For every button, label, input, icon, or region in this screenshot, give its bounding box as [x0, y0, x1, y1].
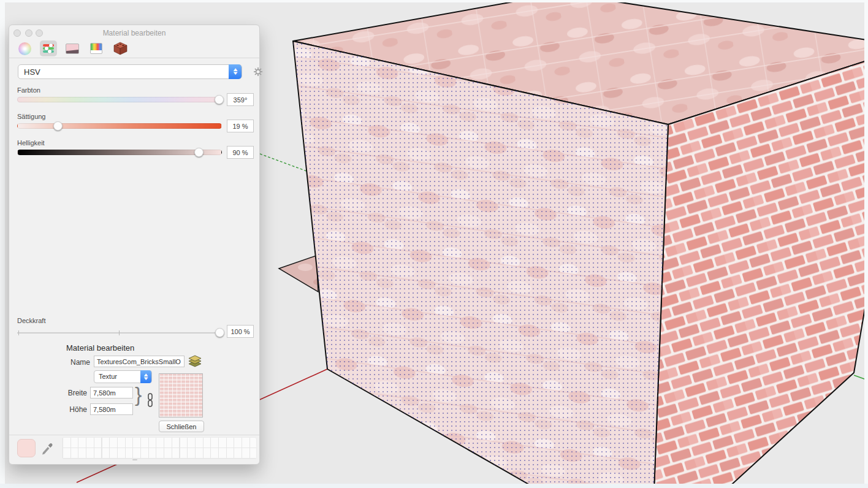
select-stepper-icon: ▲▼	[140, 370, 151, 383]
sliders-icon	[43, 44, 54, 53]
brightness-label: Helligkeit	[17, 139, 45, 147]
tab-pencils[interactable]	[88, 40, 105, 56]
picker-mode-value: HSV	[24, 67, 40, 77]
toolbar-divider	[9, 58, 259, 58]
green-axis	[854, 375, 864, 381]
material-section-title: Material bearbeiten	[66, 343, 134, 353]
opacity-slider-thumb[interactable]	[215, 328, 224, 337]
image-palette-icon	[66, 44, 79, 54]
saturation-slider[interactable]	[17, 123, 222, 129]
texture-height-input[interactable]	[90, 403, 133, 415]
tab-color-sliders[interactable]	[40, 40, 57, 56]
opacity-label: Deckkraft	[17, 317, 45, 324]
texture-width-input[interactable]	[90, 387, 133, 398]
brightness-value: 90 %	[227, 146, 254, 159]
cube-right-face[interactable]	[654, 59, 864, 484]
picker-mode-select[interactable]: HSV ▲▼	[18, 64, 242, 79]
material-editor-dialog: Material bearbeiten	[9, 25, 260, 465]
height-label: Höhe	[55, 405, 87, 414]
tab-material-brick[interactable]	[112, 40, 129, 56]
close-material-button[interactable]: Schließen	[159, 421, 204, 432]
opacity-value: 100 %	[227, 325, 254, 338]
brightness-slider[interactable]	[17, 150, 222, 155]
in-model-stack-icon[interactable]	[188, 354, 202, 368]
material-name-input[interactable]	[94, 356, 185, 367]
hue-value: 359°	[227, 93, 254, 106]
hue-label: Farbton	[17, 86, 40, 94]
tab-image-palettes[interactable]	[64, 40, 81, 56]
current-color-swatch[interactable]	[17, 439, 36, 457]
tab-color-wheel[interactable]	[16, 40, 33, 56]
window-title: Material bearbeiten	[9, 29, 259, 37]
width-label: Breite	[55, 389, 87, 397]
ground-face[interactable]	[279, 256, 318, 292]
brick-icon	[112, 42, 128, 55]
chain-link-icon[interactable]	[147, 393, 154, 408]
swatch-area-divider	[9, 435, 259, 435]
saturation-label: Sättigung	[17, 113, 45, 120]
gear-icon[interactable]	[253, 67, 263, 77]
brightness-slider-thumb[interactable]	[194, 148, 204, 157]
select-stepper-icon: ▲▼	[229, 64, 242, 79]
dialog-titlebar[interactable]: Material bearbeiten	[9, 25, 259, 39]
name-label: Name	[69, 358, 90, 367]
window-frame-bottom	[0, 484, 868, 488]
picker-mode-toolbar	[16, 40, 129, 57]
material-type-value: Textur	[99, 373, 117, 380]
pencils-icon	[90, 43, 102, 54]
texture-preview-thumbnail[interactable]	[159, 373, 203, 417]
custom-swatches-grid[interactable]	[62, 437, 257, 459]
color-wheel-icon	[18, 42, 31, 55]
resize-handle[interactable]	[132, 459, 137, 460]
saturation-value: 19 %	[227, 120, 254, 132]
aspect-link-brace: }	[135, 383, 142, 406]
opacity-slider[interactable]	[17, 332, 222, 334]
hue-slider-thumb[interactable]	[215, 95, 224, 104]
saturation-slider-thumb[interactable]	[53, 121, 63, 131]
eyedropper-icon[interactable]	[41, 440, 53, 455]
hue-slider[interactable]	[17, 97, 222, 102]
material-type-select[interactable]: Textur ▲▼	[94, 370, 152, 383]
